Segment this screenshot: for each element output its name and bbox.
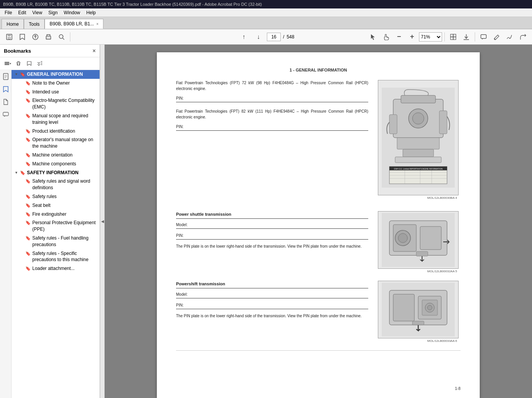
bookmark-item-loader-attachment[interactable]: 🔖 Loader attachment... (17, 264, 100, 273)
tab-home[interactable]: Home (2, 19, 24, 29)
sidebar-icon-pages[interactable] (2, 73, 9, 81)
bookmark-item-safety-specific[interactable]: 🔖 Safety rules - Specific precautions to… (17, 249, 100, 265)
sidebar-icon-bookmarks[interactable] (2, 86, 9, 94)
tab-close-button[interactable]: × (96, 22, 98, 26)
title-bar: B90B, B90B LR, B100B TC, B110B, B110B TC… (0, 0, 532, 8)
bookmark-item-safety-rules[interactable]: 🔖 Safety rules (17, 192, 100, 201)
engine1-pin-label: PIN: (176, 96, 183, 100)
zoom-out-button[interactable]: − (393, 31, 405, 43)
bookmark-label-loader-attachment: Loader attachment... (31, 265, 98, 272)
page-separator: / (283, 34, 284, 40)
bookmark-children-safety: 🔖 Safety rules and signal word definitio… (12, 177, 100, 273)
export-button[interactable] (517, 31, 529, 43)
bookmark-item-ppe[interactable]: 🔖 Personal Protective Equipment (PPE) (17, 218, 100, 234)
section-title: 1 - GENERAL INFORMATION (289, 68, 347, 72)
bookmark-item-general-info[interactable]: ▼ 🔖 GENERAL INFORMATION (12, 70, 100, 79)
bookmark-button[interactable] (16, 31, 28, 43)
sidebar-toolbar: ▾ (0, 57, 100, 70)
bookmark-item-machine-components[interactable]: 🔖 Machine components (17, 160, 100, 168)
powershift-model: Model: (176, 291, 368, 298)
expand-all-button[interactable] (35, 59, 45, 68)
bookmark-label-general: GENERAL INFORMATION (25, 71, 98, 78)
sidebar-icon-attachments[interactable] (2, 98, 9, 107)
sidebar-icon-comments[interactable] (2, 111, 9, 119)
print-button[interactable] (42, 31, 55, 43)
bookmark-item-safety-info[interactable]: ▼ 🔖 SAFETY INFORMATION (12, 168, 100, 177)
bookmark-icon-note-owner: 🔖 (25, 80, 31, 86)
search-button[interactable] (55, 31, 68, 43)
bookmark-item-safety-rules-signal[interactable]: 🔖 Safety rules and signal word definitio… (17, 177, 100, 192)
menu-view[interactable]: View (29, 9, 45, 16)
zoom-in-button[interactable]: + (406, 31, 418, 43)
bookmark-item-machine-orientation[interactable]: 🔖 Machine orientation (17, 151, 100, 160)
bookmark-label-safety-rules-signal: Safety rules and signal word definitions (31, 178, 98, 191)
bookmark-item-operators-manual[interactable]: 🔖 Operator's manual storage on the machi… (17, 135, 100, 151)
tab-document-label: B90B, B90B LR, B1... (50, 21, 94, 27)
menu-help[interactable]: Help (83, 9, 99, 16)
bookmark-item-note-owner[interactable]: 🔖 Note to the Owner (17, 79, 100, 88)
edit-button[interactable] (490, 31, 503, 43)
bookmark-item-emc[interactable]: 🔖 Electro-Magnetic Compatibility (EMC) (17, 96, 100, 112)
zoom-select[interactable]: 71% 100% 125% 150% (419, 32, 442, 42)
bookmark-label-note-owner: Note to the Owner (31, 80, 98, 87)
bookmark-item-seat-belt[interactable]: 🔖 Seat belt (17, 201, 100, 210)
power-shuttle-image-container: MOL/12LB00032AA 5 (376, 211, 461, 273)
svg-point-53 (398, 233, 407, 243)
page-number-input[interactable] (267, 33, 281, 41)
power-shuttle-text: Power shuttle transmission Model: PIN: T… (176, 211, 368, 273)
power-shuttle-caption: MOL/12LB00032AA 5 (378, 270, 459, 273)
bookmark-item-safety-fuel[interactable]: 🔖 Safety rules - Fuel handling precautio… (17, 234, 100, 249)
nav-prev-button[interactable]: ↑ (238, 31, 250, 43)
bookmark-label-safety-specific: Safety rules - Specific precautions to t… (31, 250, 98, 263)
pdf-page: 1 - GENERAL INFORMATION Fiat Powertrain … (157, 52, 480, 398)
engine1-text: Fiat Powertrain Technologies (FPT) 72 kW… (176, 80, 368, 200)
tab-document[interactable]: B90B, B90B LR, B1... × (45, 19, 103, 29)
svg-rect-15 (481, 35, 486, 38)
menu-file[interactable]: File (2, 9, 15, 16)
bookmark-item-fire-extinguisher[interactable]: 🔖 Fire extinguisher (17, 210, 100, 219)
sidebar-options-button[interactable]: ▾ (3, 59, 12, 68)
menu-sign[interactable]: Sign (45, 9, 61, 16)
pdf-section-header: 1 - GENERAL INFORMATION (176, 68, 461, 72)
bookmark-item-manual-scope[interactable]: 🔖 Manual scope and required training lev… (17, 112, 100, 127)
menu-edit[interactable]: Edit (15, 9, 29, 16)
page-number: 1-8 (455, 386, 461, 391)
page-bottom-divider (176, 350, 461, 351)
powershift-image-box (378, 281, 459, 338)
delete-bookmark-button[interactable] (14, 59, 23, 68)
powershift-image-container: MOL/12LB00033AA 6 (376, 281, 461, 343)
sidebar-collapse-handle[interactable]: ◀ (100, 45, 105, 398)
nav-next-icon: ↓ (257, 33, 260, 40)
bookmark-children-general: 🔖 Note to the Owner 🔖 Intended use 🔖 Ele… (12, 79, 100, 168)
sidebar-close-button[interactable]: × (93, 48, 96, 54)
bookmark-item-intended-use[interactable]: 🔖 Intended use (17, 88, 100, 97)
toolbar: ↑ ↓ / 548 − + 71% 100% 125% 150% (0, 29, 532, 45)
bookmark-label-safety-fuel: Safety rules - Fuel handling precautions (31, 235, 98, 248)
toggle-general-info[interactable]: ▼ (15, 71, 20, 77)
new-bookmark-button[interactable] (25, 59, 34, 68)
pdf-viewer[interactable]: 1 - GENERAL INFORMATION Fiat Powertrain … (105, 45, 532, 398)
toggle-safety-info[interactable]: ▼ (15, 170, 20, 175)
tab-tools[interactable]: Tools (24, 19, 45, 29)
hand-tool-button[interactable] (380, 31, 392, 43)
bookmark-section-safety: ▼ 🔖 SAFETY INFORMATION 🔖 Safety rules an… (12, 168, 100, 273)
svg-rect-61 (412, 321, 424, 325)
bookmark-label-ppe: Personal Protective Equipment (PPE) (31, 220, 98, 233)
svg-rect-18 (5, 62, 9, 63)
view-mode-button[interactable] (447, 31, 459, 43)
upload-button[interactable] (29, 31, 42, 43)
window-title: B90B, B90B LR, B100B TC, B110B, B110B TC… (3, 2, 262, 7)
bookmark-item-product-id[interactable]: 🔖 Product identification (17, 127, 100, 136)
engine-svg: CNH G.E. Limited IMPORTANT ENGINE INFORM… (382, 88, 455, 188)
nav-next-button[interactable]: ↓ (252, 31, 264, 43)
save-button[interactable] (3, 31, 15, 43)
sign-button[interactable] (504, 31, 516, 43)
cursor-tool-button[interactable] (367, 31, 379, 43)
power-shuttle-model: Model: (176, 222, 368, 229)
menu-window[interactable]: Window (61, 9, 83, 16)
sidebar: Bookmarks × ▾ (0, 45, 100, 398)
comment-button[interactable] (477, 31, 490, 43)
bookmark-label-fire-extinguisher: Fire extinguisher (31, 211, 98, 218)
bookmark-label-safety-rules: Safety rules (31, 193, 98, 200)
download-button[interactable] (460, 31, 472, 43)
